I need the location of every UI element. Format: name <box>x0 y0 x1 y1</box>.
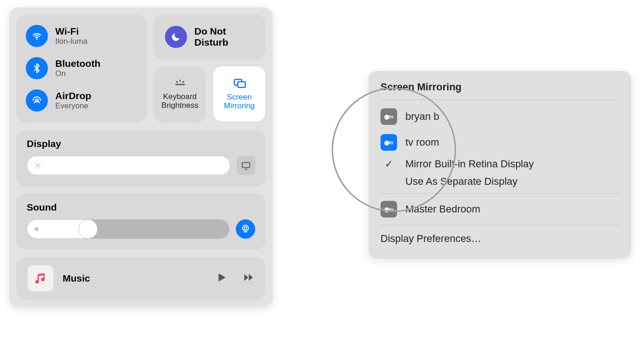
dnd-line2: Disturb <box>194 37 228 48</box>
dnd-line1: Do Not <box>194 26 228 37</box>
next-track-button[interactable] <box>242 271 254 285</box>
keyboard-brightness-label: Keyboard Brightness <box>161 93 198 110</box>
svg-point-4 <box>37 165 39 167</box>
sound-tile-title: Sound <box>27 202 255 213</box>
mirroring-device-label: tv room <box>405 136 439 148</box>
airplay-icon <box>240 224 251 234</box>
display-tile: Display <box>17 130 265 185</box>
mirroring-device-label: Master Bedroom <box>405 203 480 215</box>
mini-tile-row: Keyboard Brightness Screen Mirroring <box>154 66 265 122</box>
sound-slider-knob[interactable] <box>78 219 98 239</box>
screen-mirroring-label: Screen Mirroring <box>224 93 255 110</box>
separator <box>381 225 619 225</box>
keyboard-brightness-button[interactable]: Keyboard Brightness <box>154 66 206 122</box>
screen-mirroring-header: Screen Mirroring <box>381 81 619 100</box>
airdrop-text: AirDrop Everyone <box>55 90 91 111</box>
appletv-icon: ⬤tv <box>381 201 397 218</box>
do-not-disturb-label: Do Not Disturb <box>194 26 228 48</box>
mirroring-device-bryan[interactable]: ⬤tv bryan b <box>381 104 619 129</box>
moon-icon <box>165 26 187 48</box>
wifi-toggle[interactable]: Wi-Fi Ilon-luma <box>26 25 137 47</box>
mirroring-device-master-bedroom[interactable]: ⬤tv Master Bedroom <box>381 196 619 222</box>
music-app-icon <box>28 265 53 291</box>
wifi-subtitle: Ilon-luma <box>55 37 88 46</box>
sound-tile: Sound <box>17 194 265 249</box>
bluetooth-title: Bluetooth <box>55 58 100 69</box>
separator <box>381 193 619 194</box>
control-center-panel: Wi-Fi Ilon-luma Bluetooth On <box>9 7 273 307</box>
control-center-top-row: Wi-Fi Ilon-luma Bluetooth On <box>17 15 265 122</box>
now-playing-title: Music <box>63 273 201 284</box>
bluetooth-icon <box>26 57 48 79</box>
airdrop-toggle[interactable]: AirDrop Everyone <box>26 89 137 112</box>
wifi-icon <box>26 25 48 47</box>
brightness-low-icon <box>34 161 42 170</box>
speaker-icon <box>33 225 41 233</box>
fast-forward-icon <box>242 271 254 283</box>
display-preferences-label: Display Preferences… <box>381 233 481 245</box>
bluetooth-text: Bluetooth On <box>55 58 100 78</box>
screen-mirroring-icon <box>230 76 249 90</box>
svg-rect-5 <box>242 163 250 168</box>
do-not-disturb-toggle[interactable]: Do Not Disturb <box>154 15 265 59</box>
display-tile-title: Display <box>27 138 255 149</box>
bluetooth-subtitle: On <box>55 69 100 78</box>
appletv-icon: ⬤tv <box>381 134 397 151</box>
display-icon <box>241 160 251 171</box>
display-preferences-link[interactable]: Display Preferences… <box>381 228 619 249</box>
screen-mirroring-panel: Screen Mirroring ⬤tv bryan b ⬤tv tv room… <box>369 71 631 259</box>
mirror-builtin-label: Mirror Built-in Retina Display <box>405 158 534 170</box>
keyboard-brightness-icon <box>172 77 188 90</box>
airdrop-subtitle: Everyone <box>55 101 91 111</box>
airplay-audio-button[interactable] <box>236 219 255 239</box>
music-note-icon <box>34 271 47 285</box>
checkmark-icon: ✓ <box>381 158 397 170</box>
sound-volume-slider[interactable] <box>27 219 229 239</box>
mirroring-device-tvroom[interactable]: ⬤tv tv room <box>381 129 619 155</box>
airdrop-title: AirDrop <box>55 90 91 101</box>
svg-point-7 <box>244 227 247 229</box>
separate-display-label: Use As Separate Display <box>405 176 517 188</box>
now-playing-tile: Music <box>17 257 265 300</box>
separate-display-option[interactable]: Use As Separate Display <box>381 173 619 190</box>
play-icon <box>216 271 228 283</box>
wifi-text: Wi-Fi Ilon-luma <box>55 26 88 46</box>
control-center-right-column: Do Not Disturb Keyboard Brightness <box>154 15 265 122</box>
display-brightness-slider[interactable] <box>27 156 230 175</box>
mirroring-device-label: bryan b <box>405 111 439 123</box>
svg-point-0 <box>36 39 38 40</box>
wifi-title: Wi-Fi <box>55 26 88 37</box>
play-button[interactable] <box>216 271 228 285</box>
display-options-button[interactable] <box>237 156 255 175</box>
connectivity-tile: Wi-Fi Ilon-luma Bluetooth On <box>17 15 146 122</box>
bluetooth-toggle[interactable]: Bluetooth On <box>26 57 137 79</box>
svg-rect-3 <box>238 82 245 88</box>
mirror-builtin-option[interactable]: ✓ Mirror Built-in Retina Display <box>381 155 619 173</box>
airdrop-icon <box>26 89 48 112</box>
svg-point-6 <box>243 225 249 231</box>
screen-mirroring-button[interactable]: Screen Mirroring <box>213 66 265 122</box>
appletv-icon: ⬤tv <box>381 108 397 125</box>
